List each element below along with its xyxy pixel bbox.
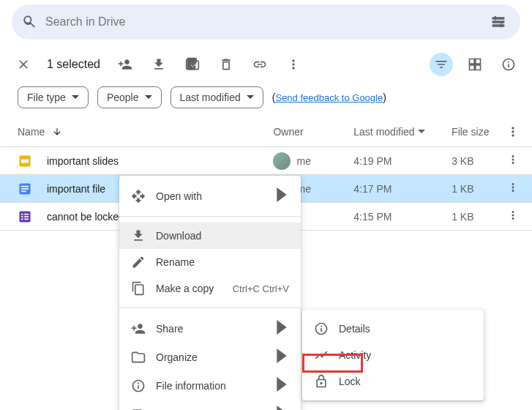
chevron-down-icon [418, 128, 425, 135]
submenu-details[interactable]: Details [302, 316, 484, 342]
chevron-right-icon [274, 377, 289, 394]
file-name: important slides [47, 155, 119, 167]
submenu-lock[interactable]: Lock [302, 368, 484, 395]
col-name-label[interactable]: Name [18, 126, 45, 138]
filter-chip-row: File type People Last modified (Send fee… [0, 83, 532, 117]
docs-icon [18, 182, 32, 196]
close-selection-button[interactable] [12, 53, 35, 76]
row-more-button[interactable] [506, 153, 520, 168]
link-button[interactable] [248, 53, 271, 76]
chevron-down-icon [247, 94, 254, 101]
size-label: 1 KB [452, 211, 506, 223]
search-bar[interactable] [12, 4, 520, 40]
table-header: Name Owner Last modified File size [0, 117, 532, 147]
header-more-button[interactable] [506, 124, 520, 139]
menu-make-copy[interactable]: Make a copy Ctrl+C Ctrl+V [119, 275, 301, 302]
chevron-right-icon [274, 187, 289, 204]
chip-last-modified-label: Last modified [180, 92, 241, 103]
size-label: 3 KB [452, 155, 506, 167]
svg-rect-4 [21, 213, 23, 215]
menu-share[interactable]: Share [119, 314, 301, 343]
svg-rect-2 [21, 188, 29, 190]
chip-people[interactable]: People [97, 86, 162, 108]
size-label: 1 KB [452, 183, 506, 195]
row-more-button[interactable] [506, 209, 520, 224]
chevron-right-icon [274, 406, 289, 410]
chevron-down-icon [72, 94, 79, 101]
chip-last-modified[interactable]: Last modified [171, 86, 263, 108]
file-name: important file [47, 183, 105, 195]
menu-organize[interactable]: Organize [119, 343, 301, 371]
svg-rect-7 [24, 216, 29, 217]
menu-file-info[interactable]: File information [119, 371, 301, 400]
menu-rename[interactable]: Rename [119, 249, 301, 275]
forms-icon [18, 209, 32, 224]
chevron-down-icon [145, 94, 152, 101]
more-actions-button[interactable] [282, 53, 305, 76]
avatar [273, 152, 291, 170]
col-owner-label[interactable]: Owner [273, 126, 353, 138]
context-menu: Open with Download Rename Make a copy Ct… [119, 176, 301, 410]
svg-rect-5 [24, 213, 29, 215]
filter-view-button[interactable] [430, 53, 453, 76]
svg-rect-0 [21, 159, 29, 163]
menu-label: Download [156, 230, 201, 242]
menu-label: Details [339, 323, 370, 335]
owner-label: me [296, 155, 310, 167]
col-modified-label[interactable]: Last modified [353, 126, 452, 138]
search-input[interactable] [45, 15, 487, 29]
submenu-activity[interactable]: Activity [302, 342, 484, 368]
menu-label: Activity [339, 349, 371, 361]
search-icon [22, 14, 37, 31]
feedback-link[interactable]: (Send feedback to Google) [272, 92, 386, 103]
file-name: cannot be locked - [47, 211, 130, 223]
download-button[interactable] [147, 53, 171, 76]
chevron-right-icon [274, 348, 289, 365]
selection-toolbar: 1 selected [0, 45, 532, 83]
menu-download[interactable]: Download [119, 223, 301, 249]
grid-view-button[interactable] [463, 53, 487, 76]
menu-open-with[interactable]: Open with [119, 182, 301, 210]
table-row[interactable]: important slides me 4:19 PM 3 KB [0, 147, 532, 175]
menu-shortcut: Ctrl+C Ctrl+V [233, 283, 289, 294]
chip-people-label: People [107, 92, 139, 103]
move-button[interactable] [181, 53, 204, 76]
svg-rect-8 [21, 218, 23, 220]
menu-label: Open with [156, 190, 202, 202]
file-info-submenu: Details Activity Lock [302, 310, 484, 400]
search-options-icon[interactable] [487, 10, 510, 34]
sort-down-icon [52, 127, 62, 137]
row-more-button[interactable] [506, 181, 520, 196]
menu-label: Make a copy [156, 283, 214, 294]
chevron-right-icon [274, 320, 289, 337]
svg-rect-6 [21, 216, 23, 217]
chip-filetype[interactable]: File type [18, 86, 89, 108]
info-button[interactable] [497, 53, 520, 76]
share-user-button[interactable] [113, 53, 137, 76]
modified-label: 4:17 PM [353, 183, 452, 195]
menu-label: Lock [339, 376, 361, 387]
slides-icon [18, 154, 32, 168]
menu-label: Organize [156, 351, 198, 363]
delete-button[interactable] [214, 53, 238, 76]
modified-label: 4:15 PM [353, 211, 452, 223]
svg-rect-1 [21, 185, 29, 187]
menu-label: Rename [156, 256, 195, 268]
selection-count: 1 selected [47, 58, 100, 71]
menu-labels[interactable]: Labels [119, 400, 301, 410]
modified-label: 4:19 PM [353, 155, 452, 167]
chip-filetype-label: File type [27, 92, 66, 103]
menu-label: Share [156, 323, 183, 335]
svg-rect-3 [21, 190, 26, 192]
menu-label: File information [156, 380, 226, 392]
col-size-label[interactable]: File size [452, 126, 506, 138]
svg-rect-9 [24, 218, 29, 220]
